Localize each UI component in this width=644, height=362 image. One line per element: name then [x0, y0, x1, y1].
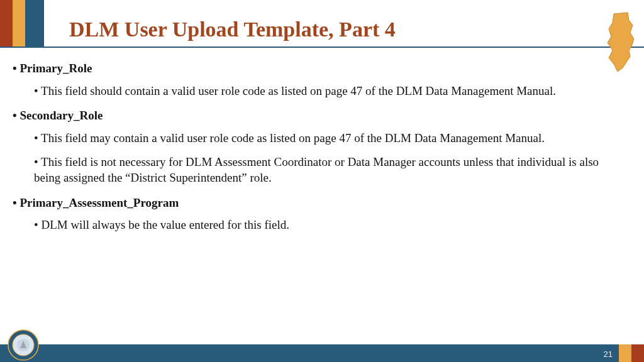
title-underline	[0, 47, 644, 48]
footer-accent-stripes	[619, 344, 644, 362]
footer-stripe-gold	[619, 344, 631, 362]
sub-bullet: DLM will always be the value entered for…	[34, 217, 625, 233]
accent-bar-blue	[25, 0, 44, 47]
footer-bar: 21	[0, 344, 644, 362]
slide-title: DLM User Upload Template, Part 4	[69, 18, 396, 41]
accent-bar-gold	[13, 0, 25, 47]
footer-stripe-red	[631, 344, 644, 362]
bullet-primary-assessment-program: Primary_Assessment_Program DLM will alwa…	[13, 195, 625, 233]
bullet-primary-role: Primary_Role This field should contain a…	[13, 60, 625, 99]
slide: DLM User Upload Template, Part 4 Primary…	[0, 0, 644, 362]
sub-bullet: This field is not necessary for DLM Asse…	[34, 154, 625, 186]
page-number: 21	[604, 349, 613, 359]
sub-bullet: This field may contain a valid user role…	[34, 130, 625, 146]
accent-bars	[0, 0, 44, 47]
slide-content: Primary_Role This field should contain a…	[13, 60, 625, 242]
bullet-heading: Primary_Assessment_Program	[13, 195, 625, 211]
bullet-heading: Secondary_Role	[13, 107, 625, 124]
sub-bullet: This field should contain a valid user r…	[34, 83, 625, 99]
bullet-secondary-role: Secondary_Role This field may contain a …	[13, 107, 625, 186]
bullet-heading: Primary_Role	[13, 60, 625, 77]
nj-doe-seal-icon	[8, 329, 39, 361]
accent-bar-red	[0, 0, 13, 47]
